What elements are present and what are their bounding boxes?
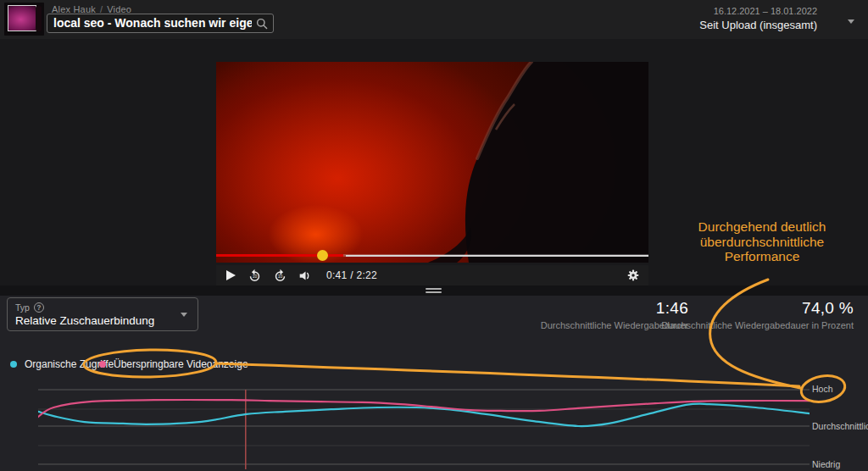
chart-line-organische-zugriffe [38,404,810,427]
legend-dot [10,361,17,368]
axis-label-high: Hoch [812,384,833,394]
retention-chart[interactable] [38,381,810,471]
svg-text:10: 10 [253,274,258,279]
date-range-text: 16.12.2021 – 18.01.2022 [699,6,817,16]
player-section: 10 10 0:41 / [0,39,868,285]
top-header: Alex Hauk/Video 16.12.2021 – 18.01.2022 … [0,0,868,39]
volume-icon[interactable] [298,269,313,282]
type-selected-value: Relative Zuschauerbindung [15,314,181,327]
legend-label: Überspringbare Videoanzeige [114,358,248,370]
chevron-down-icon [181,313,187,317]
metric-value: 74,0 % [661,299,854,318]
video-frame[interactable] [216,62,648,263]
chevron-down-icon[interactable] [848,19,854,24]
youtube-studio-analytics-page: Alex Hauk/Video 16.12.2021 – 18.01.2022 … [0,0,868,471]
video-title-searchbox[interactable] [47,14,274,33]
legend-item-skippable-ad[interactable]: Überspringbare Videoanzeige [99,358,248,370]
drag-handle[interactable] [426,288,442,295]
axis-label-low: Niedrig [812,459,840,469]
svg-text:10: 10 [278,274,283,279]
gear-icon[interactable] [626,269,640,282]
video-title-input[interactable] [47,16,255,30]
type-label: Typ [15,302,30,313]
thumbnail-image [8,5,36,31]
time-display: 0:41 / 2:22 [326,269,377,281]
panel-divider [0,285,868,296]
date-scope-text: Seit Upload (insgesamt) [699,19,817,31]
analytics-panel: Typ ? Relative Zuschauerbindung 1:46 Dur… [0,296,868,471]
metric-type-dropdown[interactable]: Typ ? Relative Zuschauerbindung [7,297,198,331]
metric-average-percentage-viewed: 74,0 % Durchschnittliche Wiedergabedauer… [661,299,854,330]
legend-item-organic[interactable]: Organische Zugriffe [10,358,114,370]
video-thumbnail[interactable] [4,3,44,36]
replay-10-icon[interactable]: 10 [248,269,262,283]
legend-dot [99,361,106,368]
player-controls-bar: 10 10 0:41 / [216,265,648,285]
search-icon[interactable] [255,17,269,30]
thumbnail-figure [36,6,42,31]
date-range-selector[interactable]: 16.12.2021 – 18.01.2022 Seit Upload (ins… [699,6,817,31]
player-progress-bar[interactable] [216,254,648,257]
video-player[interactable]: 10 10 0:41 / [216,62,648,285]
video-silhouette [216,62,648,263]
help-icon[interactable]: ? [34,302,44,313]
axis-label-average: Durchschnittlich [812,421,868,431]
metric-label: Durchschnittliche Wiedergabedauer in Pro… [661,320,854,330]
play-button[interactable] [225,269,236,281]
forward-10-icon[interactable]: 10 [273,269,287,283]
progress-remaining [346,255,649,257]
